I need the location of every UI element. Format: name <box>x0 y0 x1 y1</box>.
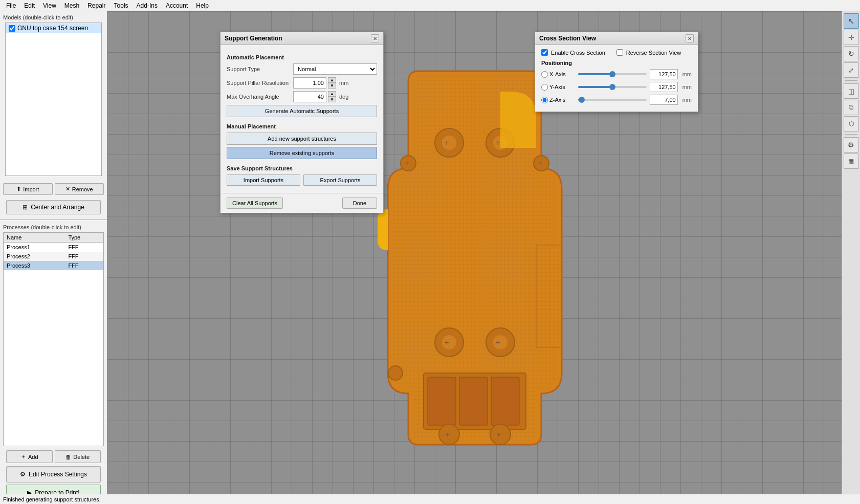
overhang-angle-control: ▲ ▼ deg <box>293 91 377 102</box>
scale-icon: ⤢ <box>848 67 854 74</box>
menu-mesh[interactable]: Mesh <box>60 1 83 10</box>
x-axis-row: X-Axis mm <box>541 69 692 79</box>
dialog-titlebar[interactable]: Support Generation ✕ <box>220 32 383 45</box>
dialog-close-button[interactable]: ✕ <box>371 34 379 42</box>
import-button[interactable]: ⬆ Import <box>3 183 53 195</box>
col-type: Type <box>65 233 103 243</box>
overhang-angle-label: Max Overhang Angle <box>227 94 293 100</box>
center-arrange-row: ⊞ Center and Arrange <box>0 197 107 217</box>
processes-section: Processes (double-click to edit) Name Ty… <box>0 222 107 504</box>
process-table-row[interactable]: Process1FFF <box>4 243 103 252</box>
menu-file[interactable]: File <box>2 1 20 10</box>
center-arrange-button[interactable]: ⊞ Center and Arrange <box>6 200 101 214</box>
menu-help[interactable]: Help <box>192 1 213 10</box>
add-icon: ＋ <box>20 453 26 461</box>
support-type-select[interactable]: NormalFrom Build Plate OnlyEverywhere <box>293 63 377 75</box>
export-supports-button[interactable]: Export Supports <box>303 174 377 186</box>
y-axis-row: Y-Axis mm <box>541 82 692 92</box>
dialog-body: Automatic Placement Support Type NormalF… <box>220 45 383 191</box>
grid-tool-button[interactable]: ▦ <box>844 154 859 169</box>
settings-icon: ⚙ <box>848 141 854 149</box>
support-type-row: Support Type NormalFrom Build Plate Only… <box>227 63 377 75</box>
positioning-title: Positioning <box>541 60 692 66</box>
settings-tool-button[interactable]: ⚙ <box>844 137 859 152</box>
mesh-tool-button[interactable]: ⬡ <box>844 116 859 132</box>
toolbar-separator-2 <box>845 134 857 135</box>
x-axis-radio-input[interactable] <box>541 71 548 78</box>
delete-process-button[interactable]: 🗑 Delete <box>55 450 101 463</box>
remove-button[interactable]: ✕ Remove <box>55 183 104 195</box>
canvas-area[interactable]: ✛ ✛ ✛ ✛ ✛ ✛ <box>107 11 842 504</box>
svg-text:✛: ✛ <box>445 140 449 146</box>
y-axis-value[interactable] <box>650 82 678 92</box>
pillar-decrement[interactable]: ▼ <box>328 83 336 89</box>
menu-view[interactable]: View <box>39 1 60 10</box>
pillar-spinner: ▲ ▼ <box>328 77 336 89</box>
overhang-spinner: ▲ ▼ <box>328 91 336 102</box>
menu-account[interactable]: Account <box>162 1 192 10</box>
clear-all-supports-button[interactable]: Clear All Supports <box>227 198 283 209</box>
reverse-section-checkbox[interactable] <box>616 49 623 56</box>
menu-edit[interactable]: Edit <box>20 1 39 10</box>
pillar-unit: mm <box>339 80 348 86</box>
model-item[interactable]: GNU top case 154 screen <box>6 23 101 33</box>
col-name: Name <box>4 233 65 243</box>
pillar-resolution-control: ▲ ▼ mm <box>293 77 377 89</box>
cross-dialog-close-button[interactable]: ✕ <box>686 34 694 42</box>
overhang-angle-input[interactable] <box>293 91 326 102</box>
mirror-tool-button[interactable]: ◫ <box>844 83 859 99</box>
done-button[interactable]: Done <box>342 198 377 209</box>
add-support-structures-button[interactable]: Add new support structures <box>227 133 377 145</box>
menu-tools[interactable]: Tools <box>110 1 133 10</box>
menu-repair[interactable]: Repair <box>83 1 109 10</box>
menu-addins[interactable]: Add-Ins <box>133 1 162 10</box>
move-tool-button[interactable]: ✛ <box>844 30 859 45</box>
process-table-row[interactable]: Process3FFF <box>4 261 103 270</box>
remove-icon: ✕ <box>65 186 70 192</box>
pillar-increment[interactable]: ▲ <box>328 77 336 83</box>
canvas-grid[interactable]: ✛ ✛ ✛ ✛ ✛ ✛ <box>107 11 842 504</box>
y-axis-slider[interactable] <box>578 86 647 88</box>
add-process-button[interactable]: ＋ Add <box>6 450 53 463</box>
dialog-title: Support Generation <box>225 35 282 42</box>
automatic-placement-header: Automatic Placement <box>227 54 377 60</box>
rotate-tool-button[interactable]: ↻ <box>844 46 859 61</box>
edit-process-settings-button[interactable]: ⚙ Edit Process Settings <box>6 466 101 483</box>
grid-icon: ▦ <box>848 158 854 165</box>
cut-tool-button[interactable]: ⧉ <box>844 100 859 115</box>
z-axis-slider[interactable] <box>578 99 647 101</box>
remove-existing-supports-button[interactable]: Remove existing supports <box>227 147 377 159</box>
center-arrange-label: Center and Arrange <box>31 204 84 211</box>
z-axis-row: Z-Axis mm <box>541 95 692 105</box>
left-panel: Models (double-click to edit) GNU top ca… <box>0 11 107 504</box>
scale-tool-button[interactable]: ⤢ <box>844 62 859 78</box>
overhang-decrement[interactable]: ▼ <box>328 97 336 102</box>
process-table-row[interactable]: Process2FFF <box>4 252 103 261</box>
x-axis-slider[interactable] <box>578 73 647 75</box>
model-checkbox[interactable] <box>9 25 15 32</box>
z-axis-value[interactable] <box>650 95 678 105</box>
y-axis-radio-input[interactable] <box>541 84 548 91</box>
generate-supports-button[interactable]: Generate Automatic Supports <box>227 105 377 117</box>
processes-table: Name Type Process1FFFProcess2FFFProcess3… <box>3 232 104 446</box>
process-type: FFF <box>65 261 103 270</box>
reverse-section-label: Reverse Section View <box>626 50 681 56</box>
process-name: Process1 <box>4 243 65 252</box>
z-axis-radio-input[interactable] <box>541 97 548 103</box>
import-icon: ⬆ <box>16 186 21 192</box>
overhang-increment[interactable]: ▲ <box>328 91 336 97</box>
x-axis-value[interactable] <box>650 69 678 79</box>
y-axis-label: Y-Axis <box>549 84 575 90</box>
menu-bar: File Edit View Mesh Repair Tools Add-Ins… <box>0 0 860 11</box>
select-tool-button[interactable]: ↖ <box>844 13 859 29</box>
process-buttons: ＋ Add 🗑 Delete <box>3 448 104 465</box>
svg-text:✛: ✛ <box>496 140 500 146</box>
cross-dialog-titlebar[interactable]: Cross Section View ✕ <box>535 32 698 45</box>
enable-cross-section-checkbox[interactable] <box>541 49 548 56</box>
right-toolbar: ↖ ✛ ↻ ⤢ ◫ ⧉ ⬡ ⚙ ▦ <box>842 11 860 504</box>
svg-text:✛: ✛ <box>538 161 542 166</box>
svg-rect-18 <box>428 377 456 425</box>
import-supports-button[interactable]: Import Supports <box>227 174 300 186</box>
process-type: FFF <box>65 243 103 252</box>
pillar-resolution-input[interactable] <box>293 77 326 89</box>
